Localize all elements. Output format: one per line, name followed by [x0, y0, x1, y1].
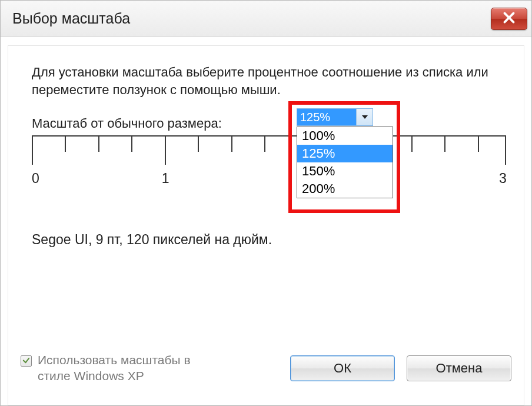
instructions-text: Для установки масштаба выберите процентн…	[32, 64, 506, 98]
ruler-tick-minor	[264, 135, 265, 152]
checkbox-box	[21, 355, 32, 367]
ruler-tick-minor	[65, 135, 66, 152]
scale-combobox-list[interactable]: 100% 125% 150% 200%	[297, 127, 393, 198]
ruler-tick-minor	[411, 135, 413, 152]
ruler-tick-minor	[98, 135, 99, 152]
ruler[interactable]: 0 1 3	[32, 128, 506, 211]
ruler-tick-minor	[444, 135, 445, 152]
ruler-tick-minor	[131, 135, 132, 152]
ruler-label: 1	[162, 171, 169, 187]
font-info-text: Segoe UI, 9 пт, 120 пикселей на дюйм.	[32, 232, 272, 248]
scale-option[interactable]: 125%	[297, 145, 393, 162]
button-row: ОК Отмена	[290, 355, 511, 381]
scale-option[interactable]: 200%	[297, 180, 393, 198]
close-icon	[501, 10, 517, 28]
scale-combobox[interactable]: 125%	[297, 108, 373, 126]
checkbox-label: Использовать масштабы в стиле Windows XP	[38, 352, 191, 384]
dialog-footer: Использовать масштабы в стиле Windows XP…	[8, 343, 524, 397]
checkbox-label-line: Использовать масштабы в	[38, 352, 191, 368]
ruler-label: 0	[32, 171, 39, 187]
ruler-tick-major	[505, 135, 506, 165]
dialog-title: Выбор масштаба	[12, 10, 130, 27]
dropdown-arrow-icon	[356, 109, 373, 125]
scale-option[interactable]: 150%	[297, 162, 393, 180]
checkbox-label-line: стиле Windows XP	[38, 368, 191, 384]
xp-style-checkbox[interactable]: Использовать масштабы в стиле Windows XP	[21, 352, 191, 384]
ok-button[interactable]: ОК	[290, 355, 395, 381]
ruler-tick-minor	[478, 135, 479, 152]
ruler-tick-major	[32, 135, 33, 165]
titlebar: Выбор масштаба	[1, 1, 531, 37]
ruler-tick-minor	[231, 135, 232, 152]
cancel-button[interactable]: Отмена	[407, 355, 511, 381]
dialog-window: Выбор масштаба Для установки масштаба вы…	[0, 0, 532, 406]
close-button[interactable]	[491, 8, 527, 30]
scale-combobox-value: 125%	[297, 109, 356, 125]
check-icon	[22, 356, 30, 367]
ruler-label: 3	[499, 171, 507, 187]
ruler-tick-major	[165, 135, 166, 165]
ruler-tick-minor	[198, 135, 199, 152]
ruler-baseline	[32, 135, 506, 137]
scale-option[interactable]: 100%	[297, 127, 393, 145]
